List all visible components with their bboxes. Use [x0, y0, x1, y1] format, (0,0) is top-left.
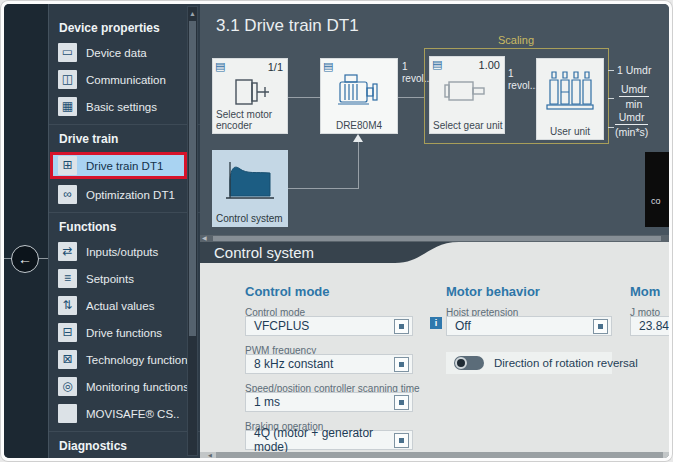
sidebar-item-label: Monitoring functions	[86, 381, 189, 393]
back-arrow-icon: ←	[18, 251, 32, 267]
card-label: Select gear unit	[433, 120, 503, 131]
section-motor-behavior: Motor behavior	[446, 284, 540, 299]
sidebar-item-monitoring-functions[interactable]: ◎ Monitoring functions	[49, 373, 200, 400]
sidebar-section-drive-train: Drive train	[49, 124, 200, 150]
sidebar-item-label: Actual values	[86, 300, 154, 312]
sidebar-scrollbar-thumb[interactable]	[189, 21, 196, 336]
select-gear-unit-card[interactable]: ▤ 1.00 Select gear unit	[429, 56, 505, 134]
movisafe-shield-icon	[58, 404, 77, 423]
braking-operation-select[interactable]: 4Q (motor + generator mode)	[245, 430, 413, 450]
device-data-icon: ▭	[58, 43, 77, 62]
optimization-icon: ∞	[58, 185, 77, 204]
panel-horizontal-scrollbar[interactable]: ◀	[200, 452, 669, 458]
parameter-list-icon: ▤	[215, 60, 225, 73]
motor-card[interactable]: ▤ DRE80M4	[320, 58, 398, 134]
dropdown-list-icon	[394, 319, 409, 334]
sidebar-item-movisafe[interactable]: MOVISAFE® CS..	[49, 400, 200, 427]
dropdown-list-icon	[593, 319, 608, 334]
sidebar-item-label: Drive functions	[86, 327, 162, 339]
sidebar-scrollbar[interactable]: ▲	[187, 6, 198, 456]
dropdown-list-icon	[394, 433, 409, 448]
field-value: 23.84	[639, 319, 669, 333]
sidebar-section-functions: Functions	[49, 212, 200, 238]
scroll-left-icon[interactable]: ◀	[202, 235, 207, 242]
basic-settings-icon: ▦	[58, 97, 77, 116]
sidebar-item-technology-functions[interactable]: ⊠ Technology functions	[49, 346, 200, 373]
back-button[interactable]: ←	[11, 245, 39, 273]
page-title: 3.1 Drive train DT1	[216, 16, 359, 36]
sidebar-item-label: MOVISAFE® CS..	[86, 408, 179, 420]
card-label: Control system	[216, 213, 283, 224]
scanning-time-select[interactable]: 1 ms	[245, 392, 413, 412]
connector-control-horizontal	[288, 188, 358, 189]
motor-label: DRE80M4	[320, 120, 398, 131]
communication-icon: ◫	[58, 70, 77, 89]
scroll-left-icon[interactable]: ◀	[208, 452, 212, 458]
select-motor-encoder-card[interactable]: ▤ 1/1 Select motor encoder	[212, 58, 288, 134]
encoder-count: 1/1	[268, 61, 283, 73]
sidebar-item-drive-functions[interactable]: ⊟ Drive functions	[49, 319, 200, 346]
sidebar-item-actual-values[interactable]: ⇅ Actual values	[49, 292, 200, 319]
side-panel-tab-label: co	[651, 196, 661, 206]
unit-umdr: 1 Umdr	[617, 64, 651, 76]
pwm-frequency-select[interactable]: 8 kHz constant	[245, 354, 413, 374]
field-value: 4Q (motor + generator mode)	[254, 426, 394, 454]
sidebar-section-device-properties: Device properties	[49, 14, 200, 39]
sidebar-item-drive-train-dt1[interactable]: ⊞ Drive train DT1	[50, 152, 187, 179]
connector-arrow-icon	[353, 134, 363, 142]
sidebar-item-setpoints[interactable]: ≡ Setpoints	[49, 265, 200, 292]
actual-values-icon: ⇅	[58, 296, 77, 315]
scrollbar-thumb[interactable]	[216, 452, 663, 458]
scaling-group-label: Scaling	[424, 34, 608, 46]
unit-umdr-per-min: Umdrmin	[619, 83, 649, 110]
diagram-horizontal-scrollbar[interactable]: ◀	[200, 235, 669, 242]
card-label: User unit	[536, 126, 604, 137]
field-value: VFCPLUS	[254, 319, 309, 333]
dropdown-list-icon	[394, 395, 409, 410]
gear-unit-icon	[441, 76, 493, 106]
app-frame: ← Device properties ▭ Device data ◫ Comm…	[4, 4, 669, 458]
control-mode-select[interactable]: VFCPLUS	[245, 316, 413, 336]
sidebar-item-label: Drive train DT1	[86, 160, 163, 172]
sidebar-item-label: Device data	[86, 47, 147, 59]
parameter-list-icon: ▤	[432, 58, 442, 71]
scrollbar-thumb[interactable]	[213, 236, 661, 241]
sidebar-item-label: Technology functions	[86, 354, 193, 366]
unit-tick	[608, 70, 614, 71]
inputs-outputs-icon: ⇄	[58, 242, 77, 261]
sidebar-item-inputs-outputs[interactable]: ⇄ Inputs/outputs	[49, 238, 200, 265]
sidebar-item-device-data[interactable]: ▭ Device data	[49, 39, 200, 66]
hoist-pretension-select[interactable]: Off	[446, 316, 612, 336]
section-moment-of-inertia: Mom	[630, 284, 660, 299]
sidebar-item-communication[interactable]: ◫ Communication	[49, 66, 200, 93]
sidebar-item-label: Setpoints	[86, 273, 134, 285]
j-motor-field[interactable]: 23.84	[630, 316, 669, 336]
sidebar-item-optimization-dt1[interactable]: ∞ Optimization DT1	[49, 181, 200, 208]
side-panel-tab[interactable]: co	[645, 152, 669, 227]
left-strip	[4, 4, 48, 458]
header-swoosh	[395, 242, 669, 263]
control-system-panel: Control mode Control mode VFCPLUS PWM fr…	[200, 263, 669, 458]
user-unit-card[interactable]: User unit	[536, 58, 604, 140]
panel-title: Control system	[214, 244, 314, 261]
scroll-up-icon[interactable]: ▲	[188, 8, 197, 19]
direction-of-rotation-toggle[interactable]: Direction of rotation reversal	[446, 352, 612, 374]
link-revolutions-label: 1revol...	[508, 68, 538, 92]
bottles-icon	[544, 68, 596, 114]
toggle-off-icon[interactable]	[454, 356, 484, 370]
sidebar-item-basic-settings[interactable]: ▦ Basic settings	[49, 93, 200, 120]
connector-control-vertical	[358, 142, 359, 189]
control-curve-icon	[222, 158, 278, 204]
field-value: 8 kHz constant	[254, 357, 333, 371]
field-value: Off	[455, 319, 471, 333]
card-label: Select motor encoder	[216, 109, 272, 131]
sidebar: Device properties ▭ Device data ◫ Commun…	[48, 4, 200, 458]
info-icon[interactable]: i	[430, 317, 442, 329]
dropdown-list-icon	[394, 357, 409, 372]
sidebar-item-label: Communication	[86, 74, 166, 86]
sidebar-item-status[interactable]: ∿ Status	[49, 457, 200, 458]
encoder-icon	[226, 78, 276, 108]
connector-encoder-motor	[288, 97, 320, 98]
setpoints-icon: ≡	[58, 269, 77, 288]
control-system-card[interactable]: Control system	[212, 150, 288, 227]
